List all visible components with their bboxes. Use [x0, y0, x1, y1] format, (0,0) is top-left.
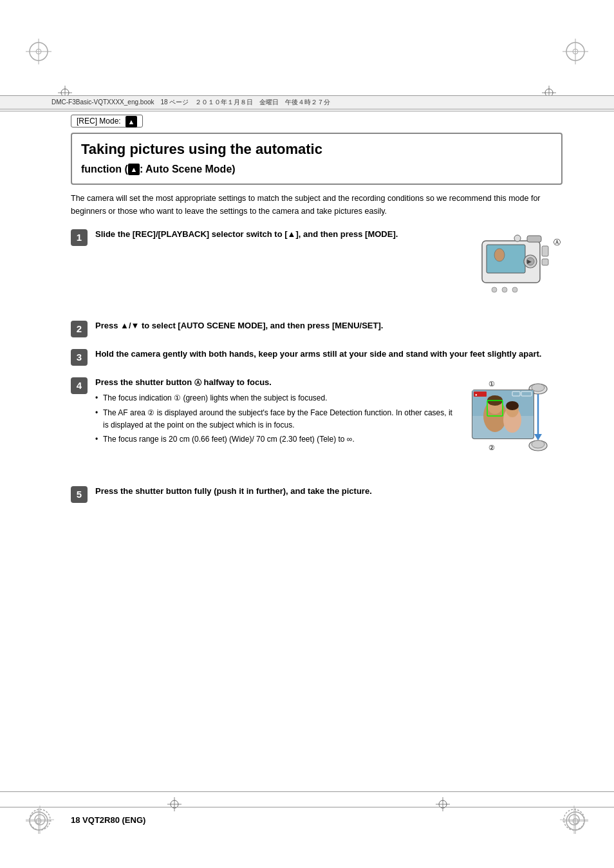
step-4-bullet-1: •The focus indication ① (green) lights w… — [95, 392, 456, 404]
camera-svg-step1: Ⓐ ▶ — [453, 228, 563, 308]
photo-svg-step4: ① ● — [466, 376, 563, 473]
step-3: 3 Hold the camera gently with both hands… — [71, 348, 563, 366]
header-bottom-rule — [0, 111, 614, 111]
header-text: DMC-F3Basic-VQTXXXX_eng.book 18 ページ ２０１０… — [51, 98, 330, 107]
bottom-rule-top — [0, 807, 614, 807]
svg-rect-43 — [527, 236, 541, 242]
header-bar: DMC-F3Basic-VQTXXXX_eng.book 18 ページ ２０１０… — [0, 95, 614, 109]
step-5-text: Press the shutter button fully (push it … — [95, 485, 563, 498]
step-3-text: Hold the camera gently with both hands, … — [95, 348, 563, 361]
step-4-number: 4 — [71, 377, 88, 394]
step-4: 4 Press the shutter button Ⓐ halfway to … — [71, 376, 563, 475]
step-1-content: Slide the [REC]/[PLAYBACK] selector swit… — [95, 228, 443, 241]
step-4-bullets: •The focus indication ① (green) lights w… — [95, 392, 456, 446]
reg-mark-gear-bottom-left — [26, 806, 54, 836]
svg-rect-42 — [542, 259, 548, 265]
step-4-text: Press the shutter button Ⓐ halfway to fo… — [95, 376, 456, 389]
step-4-bullet-2: •The AF area ② is displayed around the s… — [95, 407, 456, 431]
step-5-content: Press the shutter button fully (push it … — [95, 485, 563, 498]
svg-text:①: ① — [488, 380, 495, 388]
step-4-bullet-3: •The focus range is 20 cm (0.66 feet) (W… — [95, 433, 456, 446]
intro-paragraph: The camera will set the most appropriate… — [71, 193, 563, 218]
svg-text:●: ● — [475, 393, 478, 397]
page-number: 18 VQT2R80 (ENG) — [71, 815, 145, 825]
svg-rect-41 — [542, 246, 548, 256]
mode-icon: ▲ — [126, 116, 137, 127]
step-1-text: Slide the [REC]/[PLAYBACK] selector swit… — [95, 228, 443, 241]
reg-mark-top-left — [26, 39, 51, 66]
svg-point-44 — [514, 235, 521, 241]
title-box: Taking pictures using the automatic func… — [71, 133, 563, 185]
svg-point-38 — [494, 249, 505, 261]
mode-badge: [REC] Mode: ▲ — [71, 116, 563, 127]
page-title: Taking pictures using the automatic func… — [81, 140, 552, 177]
step-5: 5 Press the shutter button fully (push i… — [71, 485, 563, 503]
step-2: 2 Press ▲/▼ to select [AUTO SCENE MODE],… — [71, 319, 563, 337]
svg-point-48 — [512, 287, 517, 292]
svg-text:Ⓐ: Ⓐ — [554, 238, 561, 246]
svg-text:②: ② — [488, 444, 495, 451]
step-1-number: 1 — [71, 229, 88, 246]
svg-point-61 — [506, 401, 519, 410]
reg-mark-gear-bottom-right — [560, 806, 588, 836]
step-3-content: Hold the camera gently with both hands, … — [95, 348, 563, 361]
step-2-number: 2 — [71, 321, 88, 337]
mode-label-text: [REC] Mode: — [77, 117, 121, 126]
main-content: [REC] Mode: ▲ Taking pictures using the … — [71, 116, 563, 804]
step-2-content: Press ▲/▼ to select [AUTO SCENE MODE], a… — [95, 319, 563, 332]
page-subtitle: function (▲: Auto Scene Mode) — [81, 164, 236, 175]
svg-rect-37 — [487, 245, 525, 273]
step-1: 1 Slide the [REC]/[PLAYBACK] selector sw… — [71, 228, 563, 310]
svg-point-47 — [502, 287, 507, 292]
svg-marker-68 — [534, 434, 542, 440]
mode-label: [REC] Mode: ▲ — [71, 115, 143, 127]
step-4-illustration: ① ● — [466, 376, 563, 475]
step-4-content: Press the shutter button Ⓐ halfway to fo… — [95, 376, 456, 448]
svg-text:▶: ▶ — [527, 258, 532, 265]
step-5-number: 5 — [71, 486, 88, 503]
step-1-illustration: Ⓐ ▶ — [453, 228, 563, 310]
svg-point-70 — [532, 440, 544, 448]
step-2-text: Press ▲/▼ to select [AUTO SCENE MODE], a… — [95, 319, 563, 332]
step-3-number: 3 — [71, 349, 88, 366]
subtitle-icon: ▲ — [128, 164, 140, 175]
page-footer: 18 VQT2R80 (ENG) — [71, 815, 145, 825]
reg-mark-top-right — [563, 39, 588, 66]
svg-point-46 — [492, 287, 497, 292]
